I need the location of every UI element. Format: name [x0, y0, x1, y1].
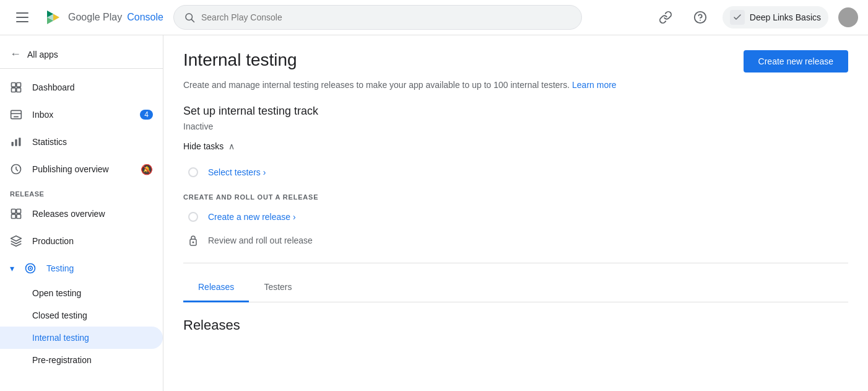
chevron-down-icon: ▾ [10, 263, 14, 273]
sidebar-sub-label-internal-testing: Internal testing [32, 333, 89, 343]
sidebar-sub-item-pre-registration[interactable]: Pre-registration [0, 349, 163, 371]
sidebar-sub-label-pre-registration: Pre-registration [32, 355, 92, 365]
all-apps-link[interactable]: ← All apps [0, 40, 163, 69]
svg-rect-13 [12, 83, 16, 87]
sidebar-item-publishing-overview[interactable]: Publishing overview 🔕 [0, 156, 163, 183]
svg-rect-25 [17, 214, 21, 219]
bell-crossed-icon: 🔕 [141, 164, 153, 175]
tab-testers-label: Testers [264, 282, 292, 292]
sidebar-item-dashboard[interactable]: Dashboard [0, 74, 163, 101]
dashboard-icon [10, 81, 22, 94]
page-title: Internal testing [183, 50, 297, 70]
svg-rect-23 [17, 209, 21, 214]
section-divider [183, 263, 848, 263]
learn-more-link[interactable]: Learn more [572, 80, 617, 90]
task-create-release: Create a new release › [188, 206, 848, 228]
page-subtitle: Create and manage internal testing relea… [183, 80, 848, 90]
svg-rect-20 [19, 138, 20, 146]
page-header: Internal testing Create new release [183, 50, 848, 72]
select-testers-link[interactable]: Select testers › [208, 167, 266, 177]
sidebar-item-production[interactable]: Production [0, 227, 163, 255]
app-name: Deep Links Basics [750, 12, 821, 22]
sidebar: ← All apps Dashboard [0, 35, 163, 391]
task-select-testers: Select testers › [188, 161, 848, 183]
sidebar-item-statistics[interactable]: Statistics [0, 128, 163, 156]
sidebar-sub-label-closed-testing: Closed testing [32, 310, 87, 320]
inbox-icon [10, 108, 22, 121]
tab-releases-label: Releases [198, 282, 234, 292]
svg-rect-17 [11, 110, 22, 118]
logo-area: Google Play Console [42, 7, 166, 28]
hide-tasks-button[interactable]: Hide tasks ∧ [183, 141, 848, 151]
back-arrow-icon: ← [10, 48, 21, 61]
svg-rect-1 [16, 17, 28, 18]
search-bar[interactable] [173, 5, 582, 30]
tasks-list: Select testers › [183, 161, 848, 183]
sidebar-item-testing[interactable]: ▾ Testing [0, 255, 163, 282]
sidebar-item-label-production: Production [32, 236, 153, 246]
topbar: Google Play Console [0, 0, 868, 35]
main-layout: ← All apps Dashboard [0, 35, 868, 391]
publishing-icon [10, 163, 22, 175]
all-apps-label: All apps [27, 50, 58, 59]
svg-rect-24 [12, 214, 16, 219]
releases-overview-icon [10, 208, 22, 220]
sidebar-item-label-publishing: Publishing overview [32, 164, 131, 174]
search-icon [184, 12, 195, 23]
svg-rect-18 [12, 142, 14, 146]
sidebar-item-label-dashboard: Dashboard [32, 82, 153, 92]
sidebar-item-label-releases-overview: Releases overview [32, 209, 153, 219]
help-button[interactable] [688, 5, 713, 30]
lock-icon [188, 234, 198, 247]
svg-rect-14 [17, 83, 21, 87]
logo-icon [42, 7, 63, 28]
svg-point-28 [30, 268, 32, 270]
svg-rect-0 [16, 12, 28, 14]
sidebar-item-inbox[interactable]: Inbox 4 [0, 101, 163, 128]
tab-testers[interactable]: Testers [249, 273, 306, 302]
app-chip[interactable]: Deep Links Basics [723, 6, 828, 29]
svg-rect-22 [12, 209, 16, 214]
release-section-label: Release [0, 183, 163, 200]
svg-point-30 [193, 242, 194, 244]
task-circle-icon [188, 167, 198, 177]
page-subtitle-text: Create and manage internal testing relea… [183, 80, 570, 90]
create-new-release-button[interactable]: Create new release [744, 50, 848, 72]
statistics-icon [10, 136, 22, 148]
sidebar-sub-item-open-testing[interactable]: Open testing [0, 282, 163, 304]
sidebar-item-label-testing: Testing [46, 263, 153, 273]
sidebar-item-label-statistics: Statistics [32, 137, 153, 147]
avatar[interactable] [838, 7, 858, 27]
production-icon [10, 235, 22, 247]
svg-rect-16 [17, 88, 21, 92]
testing-icon [24, 262, 37, 275]
create-roll-out-label: CREATE AND ROLL OUT A RELEASE [183, 193, 848, 201]
tab-releases[interactable]: Releases [183, 273, 249, 302]
review-rollout-text: Review and roll out release [208, 235, 313, 245]
tabs: Releases Testers [183, 273, 848, 302]
sidebar-item-releases-overview[interactable]: Releases overview [0, 200, 163, 227]
logo-google-play: Google Play [68, 12, 122, 23]
sidebar-sub-item-internal-testing[interactable]: Internal testing [0, 327, 163, 349]
releases-section-title: Releases [183, 317, 848, 333]
task-review-rollout: Review and roll out release [188, 228, 848, 253]
svg-rect-19 [15, 139, 17, 146]
svg-point-11 [700, 20, 701, 21]
create-tasks-list: Create a new release › Review and roll o… [183, 206, 848, 253]
main-content: Internal testing Create new release Crea… [163, 35, 868, 391]
logo-console: Console [127, 12, 163, 23]
svg-rect-15 [12, 88, 16, 92]
create-release-link[interactable]: Create a new release › [208, 212, 296, 222]
svg-line-9 [191, 19, 194, 22]
search-input[interactable] [201, 12, 571, 22]
menu-button[interactable] [10, 5, 35, 30]
app-chip-icon [730, 10, 745, 25]
link-button[interactable] [653, 5, 678, 30]
inbox-badge: 4 [140, 110, 153, 120]
status-text: Inactive [183, 121, 848, 131]
chevron-up-icon: ∧ [228, 141, 235, 151]
sidebar-sub-item-closed-testing[interactable]: Closed testing [0, 304, 163, 327]
sidebar-sub-label-open-testing: Open testing [32, 288, 81, 298]
sidebar-item-label-inbox: Inbox [32, 110, 130, 120]
topbar-right: Deep Links Basics [653, 5, 858, 30]
